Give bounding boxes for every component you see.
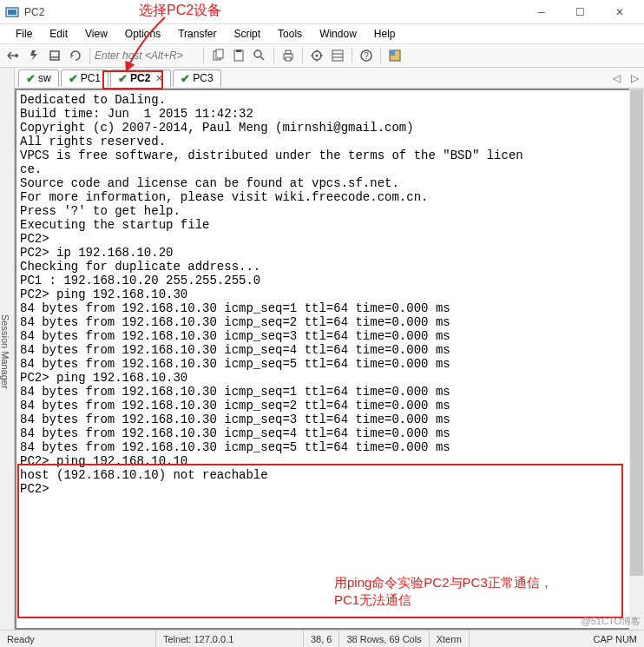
annotation-box-output xyxy=(17,464,623,618)
terminal-line: 84 bytes from 192.168.10.30 icmp_seq=5 t… xyxy=(20,357,635,371)
title-bar: PC2 ─ ☐ ✕ xyxy=(0,0,644,24)
reconnect-icon[interactable] xyxy=(45,46,64,65)
print-icon[interactable] xyxy=(279,46,298,65)
svg-point-7 xyxy=(254,50,261,57)
svg-line-8 xyxy=(260,56,264,60)
properties-icon[interactable] xyxy=(307,46,326,65)
annotation-bottom1: 用ping命令实验PC2与PC3正常通信， xyxy=(334,575,553,591)
terminal-line: PC2> ping 192.168.10.30 xyxy=(20,287,635,301)
annotation-bottom2: PC1无法通信 xyxy=(334,592,411,609)
menu-file[interactable]: File xyxy=(9,26,39,42)
status-ready: Ready xyxy=(0,630,156,647)
svg-text:?: ? xyxy=(364,51,369,61)
terminal-line: 84 bytes from 192.168.10.30 icmp_seq=5 t… xyxy=(20,440,635,454)
window-title: PC2 xyxy=(24,6,522,18)
terminal-line: 84 bytes from 192.168.10.30 icmp_seq=3 t… xyxy=(20,413,635,426)
terminal-line: 84 bytes from 192.168.10.30 icmp_seq=1 t… xyxy=(20,385,635,399)
terminal-line: VPCS is free software, distributed under… xyxy=(20,149,635,162)
session-options-icon[interactable] xyxy=(328,46,347,65)
check-icon: ✔ xyxy=(181,72,190,85)
svg-point-2 xyxy=(15,54,18,57)
svg-rect-14 xyxy=(332,50,343,61)
tab-scroll-right[interactable]: ▷ xyxy=(626,72,644,84)
app-icon xyxy=(5,5,19,19)
terminal-line: 84 bytes from 192.168.10.30 icmp_seq=4 t… xyxy=(20,343,635,357)
status-bar: Ready Telnet: 127.0.0.1 38, 6 38 Rows, 6… xyxy=(0,630,644,647)
check-icon: ✔ xyxy=(26,72,36,85)
terminal-line: For more information, please visit wiki.… xyxy=(20,190,635,204)
terminal-line: ce. xyxy=(20,162,635,176)
svg-rect-1 xyxy=(8,10,16,15)
annotation-box-tab xyxy=(102,70,163,89)
terminal-line: Executing the startup file xyxy=(20,218,635,232)
terminal-line: 84 bytes from 192.168.10.30 icmp_seq=2 t… xyxy=(20,399,635,413)
menu-help[interactable]: Help xyxy=(367,26,403,42)
terminal-line: Dedicated to Daling. xyxy=(20,93,635,107)
menu-script[interactable]: Script xyxy=(227,26,267,42)
svg-rect-6 xyxy=(236,50,241,52)
terminal-line: Build time: Jun 1 2015 11:42:32 xyxy=(20,107,635,121)
status-telnet: Telnet: 127.0.0.1 xyxy=(156,630,304,647)
session-manager-sidebar[interactable]: Session Manager xyxy=(0,68,15,630)
status-capnum: CAP NUM xyxy=(586,630,644,647)
terminal-line: Checking for duplicate address... xyxy=(20,260,635,274)
tab-pc1[interactable]: ✔PC1 xyxy=(61,69,108,87)
menu-edit[interactable]: Edit xyxy=(43,26,75,42)
paste-icon[interactable] xyxy=(229,46,248,65)
script-icon[interactable] xyxy=(385,46,404,65)
help-icon[interactable]: ? xyxy=(357,46,376,65)
terminal-line: 84 bytes from 192.168.10.30 icmp_seq=2 t… xyxy=(20,315,635,329)
status-size: 38 Rows, 69 Cols xyxy=(339,630,429,647)
svg-point-13 xyxy=(316,55,319,57)
scrollbar-thumb[interactable] xyxy=(630,89,643,576)
quick-connect-icon[interactable] xyxy=(24,46,43,65)
terminal-scrollbar[interactable] xyxy=(629,89,644,630)
terminal-line: PC1 : 192.168.10.20 255.255.255.0 xyxy=(20,274,635,287)
svg-rect-20 xyxy=(390,50,395,56)
maximize-button[interactable]: ☐ xyxy=(561,0,600,24)
menu-bar: File Edit View Options Transfer Script T… xyxy=(0,24,644,43)
disconnect-icon[interactable] xyxy=(66,46,85,65)
check-icon: ✔ xyxy=(69,72,78,85)
terminal-line: Copyright (c) 2007-2014, Paul Meng (mirn… xyxy=(20,121,635,135)
svg-rect-10 xyxy=(286,50,291,54)
status-cursor: 38, 6 xyxy=(304,630,339,647)
watermark: @51CTO博客 xyxy=(582,615,641,628)
connect-icon[interactable] xyxy=(3,46,23,65)
menu-transfer[interactable]: Transfer xyxy=(171,26,223,42)
terminal-line: Press '?' to get help. xyxy=(20,204,635,218)
terminal-line: 84 bytes from 192.168.10.30 icmp_seq=4 t… xyxy=(20,426,635,440)
menu-window[interactable]: Window xyxy=(312,26,364,42)
toolbar: ? xyxy=(0,43,644,68)
find-icon[interactable] xyxy=(250,46,269,65)
tab-pc3[interactable]: ✔PC3 xyxy=(173,69,220,87)
svg-rect-4 xyxy=(216,50,223,58)
terminal-line: PC2> ping 192.168.10.30 xyxy=(20,371,635,385)
terminal-line: 84 bytes from 192.168.10.30 icmp_seq=3 t… xyxy=(20,329,635,343)
terminal-line: PC2> ip 192.168.10.20 xyxy=(20,246,635,260)
close-button[interactable]: ✕ xyxy=(600,0,639,24)
terminal-line: PC2> xyxy=(20,232,635,246)
terminal-line: Source code and license can be found at … xyxy=(20,176,635,190)
arrow-icon xyxy=(122,16,174,76)
minimize-button[interactable]: ─ xyxy=(522,0,561,24)
menu-tools[interactable]: Tools xyxy=(271,26,309,42)
tab-scroll-left[interactable]: ◁ xyxy=(608,72,626,84)
status-emulation: Xterm xyxy=(430,630,470,647)
menu-view[interactable]: View xyxy=(78,26,115,42)
copy-icon[interactable] xyxy=(208,46,227,65)
terminal-line: 84 bytes from 192.168.10.30 icmp_seq=1 t… xyxy=(20,301,635,315)
svg-rect-11 xyxy=(286,57,291,61)
tab-sw[interactable]: ✔sw xyxy=(18,69,59,87)
terminal-line: All rights reserved. xyxy=(20,135,635,149)
